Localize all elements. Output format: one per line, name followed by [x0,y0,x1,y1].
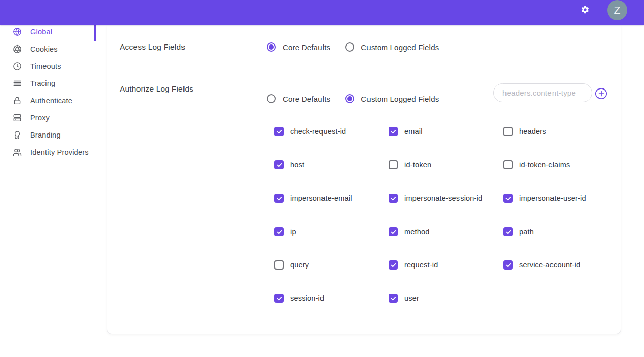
checkbox-impersonate-email[interactable]: impersonate-email [274,194,389,203]
add-field-button[interactable] [595,87,607,100]
sidebar-item-label: Global [30,28,52,36]
checkbox-id-token[interactable]: id-token [389,160,503,169]
sidebar-item-label: Branding [30,131,61,139]
radio-option-label: Core Defaults [283,95,330,103]
sidebar-item-authenticate[interactable]: Authenticate [0,92,96,109]
topbar: Z [0,0,644,25]
checkbox-icon [503,160,513,169]
checkbox-label: path [519,228,534,236]
checkbox-icon [389,260,398,270]
checkbox-label: id-token-claims [519,161,570,169]
checkbox-icon [503,260,513,270]
checkbox-icon [389,127,398,136]
checkbox-label: impersonate-session-id [404,194,482,202]
checkbox-request-id[interactable]: request-id [389,260,503,270]
settings-card: Access Log Fields Core Defaults Custom L… [107,25,621,334]
checkbox-icon [274,127,284,136]
user-avatar[interactable]: Z [607,0,627,20]
checkbox-query[interactable]: query [274,260,389,270]
radio-icon [345,94,354,103]
checkbox-icon [274,194,284,203]
sidebar-item-label: Timeouts [30,62,61,70]
sidebar-item-proxy[interactable]: Proxy [0,109,96,126]
access-log-radio-group: Core Defaults Custom Logged Fields [267,42,439,52]
checkbox-label: headers [519,127,546,136]
checkbox-session-id[interactable]: session-id [274,294,389,303]
authorize-radio-core-defaults[interactable]: Core Defaults [267,94,330,103]
sidebar-item-global[interactable]: Global [0,23,96,40]
clock-icon [13,62,22,71]
server-icon [13,113,22,122]
checkbox-icon [503,194,513,203]
radio-icon [267,42,276,52]
checkbox-label: user [404,294,419,302]
checkbox-service-account-id[interactable]: service-account-id [503,260,635,270]
checkbox-icon [274,227,284,236]
checkbox-label: ip [290,228,296,236]
radio-option-label: Custom Logged Fields [361,95,439,103]
sidebar-item-label: Cookies [30,45,58,53]
add-log-field-input[interactable] [493,83,592,102]
sidebar-item-cookies[interactable]: Cookies [0,40,96,58]
aperture-icon [13,44,22,54]
checkbox-email[interactable]: email [389,127,503,136]
checkbox-method[interactable]: method [389,227,503,236]
checkbox-label: request-id [404,261,438,269]
lines-icon [13,79,22,88]
authorize-log-radio-group: Core Defaults Custom Logged Fields [267,94,439,104]
radio-icon [267,94,276,103]
lock-icon [13,96,22,105]
checkbox-label: impersonate-user-id [519,194,586,202]
checkbox-headers[interactable]: headers [503,127,635,136]
access-radio-core-defaults[interactable]: Core Defaults [267,42,330,52]
checkbox-label: impersonate-email [290,194,352,202]
checkbox-impersonate-user-id[interactable]: impersonate-user-id [503,194,635,203]
checkbox-user[interactable]: user [389,294,503,303]
checkbox-host[interactable]: host [274,160,389,169]
sidebar-item-label: Tracing [30,79,55,87]
authorize-log-fields-label: Authorize Log Fields [120,84,193,94]
log-fields-checkbox-grid: check-request-id email headers host id-t… [274,127,635,327]
authorize-radio-custom-logged-fields[interactable]: Custom Logged Fields [345,94,439,103]
checkbox-icon [274,294,284,303]
checkbox-check-request-id[interactable]: check-request-id [274,127,389,136]
checkbox-icon [389,194,398,203]
sidebar-item-identity-providers[interactable]: Identity Providers [0,144,96,161]
radio-option-label: Core Defaults [283,43,330,52]
sidebar-item-label: Proxy [30,114,50,122]
checkbox-icon [503,227,513,236]
radio-option-label: Custom Logged Fields [361,43,439,52]
sidebar-item-label: Identity Providers [30,148,89,156]
access-radio-custom-logged-fields[interactable]: Custom Logged Fields [345,42,439,52]
checkbox-label: email [404,127,423,136]
users-icon [13,148,22,157]
sidebar-item-tracing[interactable]: Tracing [0,75,96,92]
settings-gear-icon[interactable] [581,5,590,14]
checkbox-icon [274,260,284,270]
access-log-fields-row: Access Log Fields Core Defaults Custom L… [120,38,611,56]
checkbox-icon [389,294,398,303]
checkbox-ip[interactable]: ip [274,227,389,236]
checkbox-label: host [290,161,304,169]
checkbox-label: query [290,261,309,269]
checkbox-icon [503,127,513,136]
access-log-fields-label: Access Log Fields [120,42,267,52]
checkbox-label: session-id [290,294,324,302]
checkbox-impersonate-session-id[interactable]: impersonate-session-id [389,194,503,203]
sidebar-nav: Global Cookies Timeouts Tracing Authenti… [0,23,96,161]
globe-icon [13,27,22,36]
radio-icon [345,42,354,52]
checkbox-label: id-token [404,161,431,169]
plus-circle-icon [595,87,607,100]
checkbox-label: method [404,228,430,236]
sidebar-item-branding[interactable]: Branding [0,126,96,144]
sidebar-item-label: Authenticate [30,97,72,105]
checkbox-path[interactable]: path [503,227,635,236]
checkbox-label: check-request-id [290,127,346,136]
checkbox-label: service-account-id [519,261,580,269]
sidebar-item-timeouts[interactable]: Timeouts [0,58,96,75]
checkbox-id-token-claims[interactable]: id-token-claims [503,160,635,169]
checkbox-icon [274,160,284,169]
checkbox-icon [389,160,398,169]
section-divider [120,70,610,70]
